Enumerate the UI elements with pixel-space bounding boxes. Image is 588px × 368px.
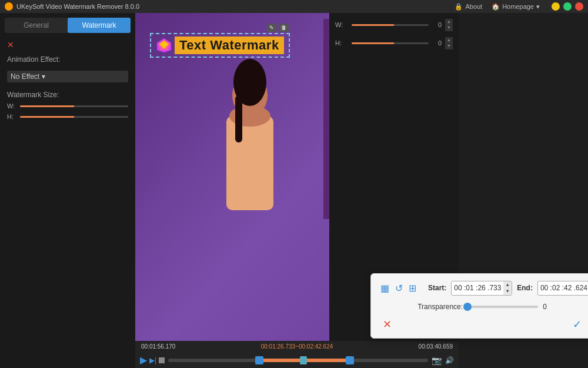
rp-height-row: H: 0 ▲ ▼	[335, 37, 453, 49]
main-area: General Watermark ✕ Animation Effect: No…	[0, 13, 588, 368]
rp-w-stepper: ▲ ▼	[445, 19, 453, 31]
nav-about[interactable]: 🔒 About	[455, 3, 482, 11]
minimize-button[interactable]	[552, 2, 560, 11]
app-title: UKeySoft Video Watermark Remover 8.0.0	[16, 3, 139, 10]
watermark-logo-icon	[156, 37, 172, 54]
start-decrement-button[interactable]: ▼	[503, 288, 512, 295]
transparence-thumb[interactable]	[463, 303, 472, 311]
titlebar: UKeySoft Video Watermark Remover 8.0.0 🔒…	[0, 0, 588, 13]
titlebar-left: UKeySoft Video Watermark Remover 8.0.0	[5, 2, 139, 11]
timeline-row: ▶ ▶| 📷 🔊	[140, 354, 454, 366]
transparence-value: 0	[543, 303, 547, 311]
close-button[interactable]	[575, 2, 583, 11]
timeline-playhead[interactable]	[300, 356, 307, 364]
popup-grid-button[interactable]: ⊞	[409, 283, 416, 294]
rp-h-decrement[interactable]: ▼	[445, 43, 453, 49]
rp-width-slider[interactable]	[352, 24, 429, 26]
svg-rect-8	[226, 116, 273, 210]
height-slider[interactable]	[20, 116, 128, 118]
start-increment-button[interactable]: ▲	[503, 281, 512, 289]
start-time-input[interactable]	[452, 282, 503, 294]
timeline-handle-left[interactable]	[255, 356, 263, 364]
width-row: W:	[7, 102, 128, 110]
rp-h-label: H:	[335, 39, 348, 47]
effect-value: No Effect	[11, 72, 39, 81]
tab-watermark[interactable]: Watermark	[68, 18, 131, 33]
start-label: Start:	[428, 284, 446, 292]
time-labels: 00:01:56.170 00:01:26.733~00:02:42.624 0…	[140, 343, 454, 350]
rp-h-increment[interactable]: ▲	[445, 37, 453, 43]
end-time-input-group: ▲ ▼	[537, 281, 588, 296]
tab-general[interactable]: General	[5, 18, 68, 33]
dropdown-arrow-icon: ▾	[42, 72, 45, 81]
popup-cancel-button[interactable]: ✕	[383, 318, 392, 331]
svg-rect-11	[235, 95, 242, 142]
screenshot-button[interactable]: 📷	[432, 356, 442, 365]
popup-toolbar: ▦ ↺ ⊞ Start: ▲ ▼ End:	[380, 281, 584, 296]
height-row: H:	[7, 113, 128, 120]
maximize-button[interactable]	[563, 2, 572, 11]
time-total: 00:03:40.659	[419, 343, 453, 350]
w-label: W:	[7, 102, 18, 110]
popup-filter-button[interactable]: ▦	[380, 283, 389, 294]
player-controls-bar: 00:01:56.170 00:01:26.733~00:02:42.624 0…	[135, 341, 459, 368]
titlebar-right: 🔒 About 🏠 Homepage ▾	[455, 2, 583, 11]
popup-actions: ✕ ✓	[380, 318, 584, 331]
delete-watermark-button[interactable]: 🗑	[279, 24, 289, 32]
step-forward-button[interactable]: ▶|	[149, 356, 156, 364]
h-label: H:	[7, 113, 18, 120]
transparence-row: Transparence: 0	[380, 303, 584, 311]
edit-watermark-button[interactable]: ✎	[267, 24, 276, 32]
stop-button[interactable]	[159, 357, 165, 363]
popup-ok-button[interactable]: ✓	[573, 318, 582, 331]
rp-h-value: 0	[432, 39, 442, 47]
end-label: End:	[517, 284, 533, 292]
popup-refresh-button[interactable]: ↺	[395, 283, 403, 294]
rp-width-row: W: 0 ▲ ▼	[335, 19, 453, 31]
rp-w-value: 0	[432, 21, 442, 28]
play-controls: ▶ ▶|	[140, 354, 165, 366]
width-slider[interactable]	[20, 105, 128, 107]
rp-w-label: W:	[335, 21, 348, 28]
rp-h-stepper: ▲ ▼	[445, 37, 453, 49]
time-current: 00:01:56.170	[141, 343, 175, 350]
play-button[interactable]: ▶	[140, 354, 147, 366]
nav-homepage[interactable]: 🏠 Homepage ▾	[492, 3, 540, 11]
sidebar-close-icon[interactable]: ✕	[7, 40, 128, 49]
volume-button[interactable]: 🔊	[445, 356, 454, 364]
app-logo-icon	[5, 2, 13, 11]
content-area: ✎ 🗑 Text Watermark W: 0	[135, 13, 588, 368]
animation-effect-select[interactable]: No Effect ▾	[7, 71, 128, 82]
transparence-slider[interactable]	[467, 306, 538, 308]
sidebar-tabs: General Watermark	[5, 18, 131, 33]
sidebar: General Watermark ✕ Animation Effect: No…	[0, 13, 135, 368]
timeline-track[interactable]	[168, 359, 428, 362]
timeline-handle-right[interactable]	[346, 356, 354, 364]
watermark-control-buttons: ✎ 🗑	[267, 24, 289, 32]
start-time-input-group: ▲ ▼	[451, 281, 512, 296]
watermark-size-label: Watermark Size:	[7, 91, 128, 99]
start-time-stepper: ▲ ▼	[503, 281, 512, 295]
transparence-label: Transparence:	[417, 303, 463, 311]
watermark-overlay[interactable]: ✎ 🗑 Text Watermark	[150, 33, 290, 58]
rp-height-slider[interactable]	[352, 42, 429, 44]
rp-w-decrement[interactable]: ▼	[445, 25, 453, 31]
rp-w-increment[interactable]: ▲	[445, 19, 453, 25]
time-range-popup: ▦ ↺ ⊞ Start: ▲ ▼ End:	[370, 273, 588, 339]
titlebar-nav: 🔒 About 🏠 Homepage ▾	[455, 3, 540, 11]
animation-effect-label: Animation Effect:	[7, 55, 128, 64]
sidebar-watermark-section: ✕ Animation Effect: No Effect ▾ Watermar…	[0, 38, 135, 122]
time-range: 00:01:26.733~00:02:42.624	[261, 343, 333, 350]
time-inputs: Start: ▲ ▼ End: ▲ ▼	[428, 281, 588, 296]
window-controls	[552, 2, 583, 11]
watermark-text-label: Text Watermark	[175, 37, 284, 54]
end-time-input[interactable]	[538, 282, 588, 294]
